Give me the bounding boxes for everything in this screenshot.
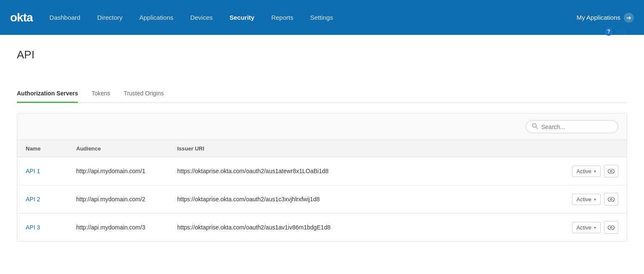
status-dropdown[interactable]: Active ▾: [572, 166, 601, 177]
cell-name: API 1: [17, 157, 68, 185]
table-header: Name Audience Issuer URI: [17, 140, 627, 157]
api-name-link[interactable]: API 2: [26, 196, 40, 203]
cell-actions: Active ▾: [559, 213, 627, 242]
data-table: Name Audience Issuer URI API 1 http://ap…: [17, 140, 627, 241]
tab-tokens[interactable]: Tokens: [91, 85, 110, 103]
cell-actions: Active ▾: [559, 157, 627, 185]
logo-text: okta: [10, 11, 33, 24]
svg-line-1: [536, 127, 538, 129]
chevron-down-icon: ▾: [594, 169, 596, 174]
help-label: Help: [615, 28, 627, 35]
view-button[interactable]: [604, 193, 618, 206]
my-applications-label: My Applications: [577, 14, 620, 21]
help-circle-icon: ?: [604, 27, 613, 36]
status-dropdown[interactable]: Active ▾: [572, 194, 601, 205]
nav-link-devices[interactable]: Devices: [182, 0, 221, 35]
col-header-name: Name: [17, 140, 68, 157]
view-button[interactable]: [604, 165, 618, 177]
cell-audience: http://api.mydomain.com/3: [68, 213, 169, 242]
nav-link-reports[interactable]: Reports: [263, 0, 302, 35]
status-label: Active: [577, 196, 591, 203]
api-name-link[interactable]: API 3: [26, 224, 40, 231]
status-dropdown[interactable]: Active ▾: [572, 222, 601, 233]
nav-links: Dashboard Directory Applications Devices…: [41, 0, 577, 35]
cell-name: API 2: [17, 185, 68, 213]
search-input[interactable]: [541, 124, 612, 130]
nav-link-security[interactable]: Security: [221, 0, 263, 35]
cell-issuer-uri: https://oktaprise.okta.com/oauth2/aus1at…: [169, 157, 559, 185]
col-header-audience: Audience: [68, 140, 169, 157]
api-name-link[interactable]: API 1: [26, 168, 40, 174]
col-header-actions: [559, 140, 627, 157]
cell-name: API 3: [17, 213, 68, 242]
main-content: API ? Help Authorization Servers Tokens …: [0, 35, 644, 274]
table-row: API 3 http://api.mydomain.com/3 https://…: [17, 213, 627, 242]
cell-issuer-uri: https://oktaprise.okta.com/oauth2/aus1c3…: [169, 185, 559, 213]
tab-trusted-origins[interactable]: Trusted Origins: [124, 85, 164, 103]
cell-audience: http://api.mydomain.com/1: [68, 157, 169, 185]
svg-point-2: [610, 170, 612, 172]
eye-icon: [608, 197, 615, 202]
svg-point-3: [610, 198, 612, 200]
cell-audience: http://api.mydomain.com/2: [68, 185, 169, 213]
eye-icon: [608, 225, 615, 230]
table-section: Name Audience Issuer URI API 1 http://ap…: [17, 113, 627, 242]
tab-bar: Authorization Servers Tokens Trusted Ori…: [17, 85, 627, 103]
nav-bar: okta Dashboard Directory Applications De…: [0, 0, 644, 35]
page-title: API: [17, 48, 35, 61]
status-label: Active: [577, 224, 591, 231]
table-toolbar: [17, 113, 627, 140]
cell-issuer-uri: https://oktaprise.okta.com/oauth2/aus1av…: [169, 213, 559, 242]
search-icon: [532, 123, 538, 130]
nav-link-applications[interactable]: Applications: [131, 0, 182, 35]
eye-icon: [608, 169, 615, 174]
table-row: API 2 http://api.mydomain.com/2 https://…: [17, 185, 627, 213]
view-button[interactable]: [604, 221, 618, 234]
tab-authorization-servers[interactable]: Authorization Servers: [17, 85, 78, 103]
status-label: Active: [577, 168, 591, 174]
cell-actions: Active ▾: [559, 185, 627, 213]
search-box[interactable]: [526, 120, 618, 133]
nav-link-dashboard[interactable]: Dashboard: [41, 0, 89, 35]
nav-link-directory[interactable]: Directory: [89, 0, 131, 35]
chevron-down-icon: ▾: [594, 197, 596, 202]
table-body: API 1 http://api.mydomain.com/1 https://…: [17, 157, 627, 242]
my-applications-arrow-icon: ➔: [624, 13, 634, 23]
svg-point-4: [610, 227, 612, 228]
table-row: API 1 http://api.mydomain.com/1 https://…: [17, 157, 627, 185]
col-header-issuer-uri: Issuer URI: [169, 140, 559, 157]
logo[interactable]: okta: [10, 11, 33, 24]
help-link[interactable]: ? Help: [604, 27, 627, 36]
nav-link-settings[interactable]: Settings: [302, 0, 341, 35]
my-applications-link[interactable]: My Applications ➔: [577, 13, 634, 23]
chevron-down-icon: ▾: [594, 225, 596, 230]
